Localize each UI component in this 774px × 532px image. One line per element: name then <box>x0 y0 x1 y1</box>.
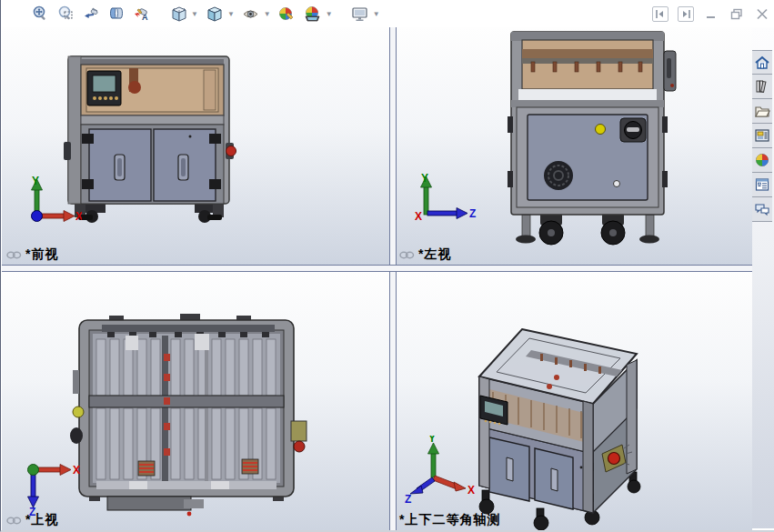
viewport-left-label: *左视 <box>399 246 451 263</box>
link-icon <box>399 250 415 260</box>
svg-text:X: X <box>75 210 82 223</box>
heads-up-view-toolbar: A ▼ ▼ ▼ ▼ ▼ <box>2 0 774 27</box>
view-settings-icon[interactable] <box>349 3 371 25</box>
viewport-front[interactable]: Y X *前视 <box>2 27 389 265</box>
viewport-top[interactable]: X Z *上视 <box>2 270 389 530</box>
hide-show-items-dropdown[interactable]: ▼ <box>264 10 271 18</box>
vertical-splitter[interactable] <box>389 27 397 530</box>
link-icon <box>6 250 22 260</box>
restore-button[interactable] <box>729 5 745 22</box>
top-view-triad: X Z <box>18 457 82 517</box>
forum-tab[interactable] <box>751 197 772 222</box>
home-tab[interactable] <box>751 50 772 75</box>
viewport-front-label: *前视 <box>6 246 58 263</box>
view-settings-dropdown[interactable]: ▼ <box>373 10 380 18</box>
svg-text:Z: Z <box>405 493 411 505</box>
close-button[interactable] <box>754 5 770 22</box>
zoom-to-fit-icon[interactable] <box>29 3 51 25</box>
design-library-tab[interactable] <box>751 75 772 99</box>
hide-show-items-icon[interactable] <box>240 3 262 25</box>
svg-text:X: X <box>415 210 422 223</box>
viewport-left[interactable]: Y X Z *左视 <box>395 27 752 265</box>
viewport-iso[interactable]: Y X Z *上下二等角轴测 <box>395 270 752 530</box>
left-view-triad: Y X Z <box>413 173 477 231</box>
solidworks-window: A ▼ ▼ ▼ ▼ ▼ <box>0 0 774 532</box>
graphics-area: Y X *前视 <box>2 27 752 530</box>
display-style-dropdown[interactable]: ▼ <box>227 10 235 18</box>
iso-view-triad: Y X Z <box>404 436 477 505</box>
svg-text:X: X <box>467 484 475 497</box>
viewport-top-label: *上视 <box>6 512 58 528</box>
previous-view-icon[interactable] <box>80 3 102 25</box>
task-pane <box>751 27 774 528</box>
link-icon <box>6 516 22 526</box>
front-view-triad: Y X <box>24 176 82 234</box>
zoom-to-area-icon[interactable] <box>55 3 76 25</box>
appearances-tab[interactable] <box>751 148 772 173</box>
viewport-iso-label: *上下二等角轴测 <box>399 512 500 528</box>
svg-text:X: X <box>73 464 80 477</box>
minimize-button[interactable] <box>703 5 719 22</box>
svg-text:Y: Y <box>428 436 436 445</box>
svg-text:Y: Y <box>32 176 39 187</box>
custom-properties-tab[interactable] <box>751 173 772 197</box>
view-orientation-dropdown[interactable]: ▼ <box>191 10 198 18</box>
svg-text:A: A <box>142 13 148 22</box>
edit-appearance-icon[interactable] <box>276 3 298 25</box>
horizontal-splitter[interactable] <box>2 265 752 272</box>
view-palette-tab[interactable] <box>751 124 772 148</box>
collapse-pane-right-button[interactable] <box>678 6 694 22</box>
view-orientation-icon[interactable] <box>167 3 189 25</box>
apply-scene-dropdown[interactable]: ▼ <box>326 10 333 18</box>
collapse-pane-left-button[interactable] <box>652 6 668 22</box>
annotation-views-icon[interactable]: A <box>131 3 153 25</box>
svg-text:Z: Z <box>469 207 476 220</box>
apply-scene-icon[interactable] <box>302 3 324 25</box>
window-controls <box>652 5 770 22</box>
svg-text:Y: Y <box>421 173 428 185</box>
display-style-icon[interactable] <box>204 3 226 25</box>
file-explorer-tab[interactable] <box>751 99 772 124</box>
section-view-icon[interactable] <box>106 3 127 25</box>
